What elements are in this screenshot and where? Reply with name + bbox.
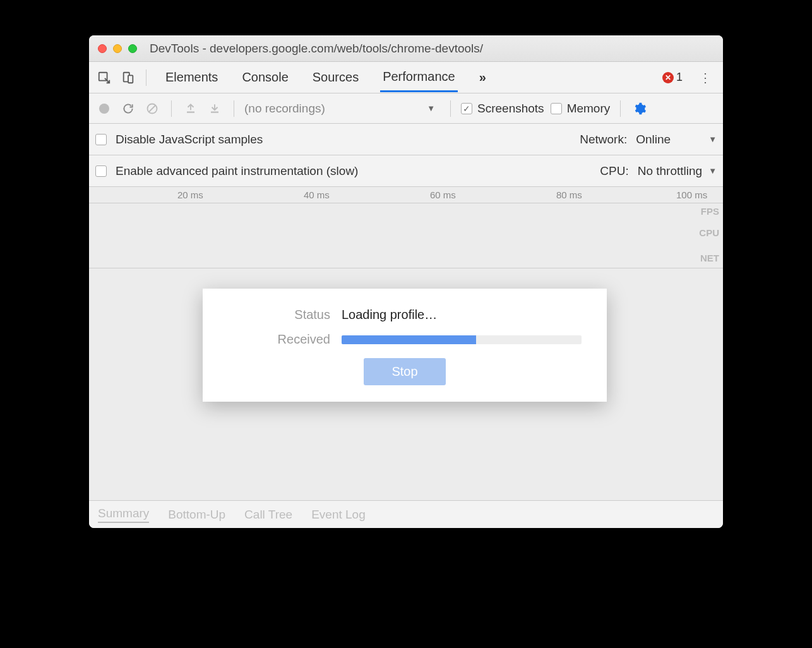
options-row-1: Disable JavaScript samples Network: Onli… (89, 124, 723, 155)
divider (171, 100, 172, 117)
more-options-icon[interactable]: ⋮ (693, 68, 718, 88)
devtools-window: DevTools - developers.google.com/web/too… (89, 35, 723, 528)
tabs-overflow-icon[interactable]: » (477, 64, 489, 91)
recordings-select-label: (no recordings) (244, 102, 325, 116)
divider (146, 69, 146, 86)
close-window-button[interactable] (98, 44, 107, 53)
cpu-label: CPU: (600, 164, 628, 178)
svg-rect-6 (187, 111, 194, 112)
stop-button[interactable]: Stop (364, 358, 445, 385)
titlebar: DevTools - developers.google.com/web/too… (89, 35, 723, 62)
zoom-window-button[interactable] (128, 44, 137, 53)
tab-call-tree[interactable]: Call Tree (244, 508, 292, 522)
tab-performance[interactable]: Performance (380, 63, 458, 92)
lane-fps-label: FPS (701, 206, 719, 217)
timeline-overview: 20 ms 40 ms 60 ms 80 ms 100 ms FPS CPU N… (89, 187, 723, 268)
main-tabbar: Elements Console Sources Performance » ✕… (89, 62, 723, 93)
network-label: Network: (580, 133, 627, 147)
svg-rect-7 (211, 111, 218, 112)
tab-sources[interactable]: Sources (310, 64, 361, 91)
tab-console[interactable]: Console (239, 64, 290, 91)
flame-chart-area: Status Loading profile… Received Stop (89, 268, 723, 500)
record-icon[interactable] (95, 100, 113, 117)
divider (234, 100, 234, 117)
network-select[interactable]: Online ▼ (636, 133, 717, 147)
ruler-tick: 100 ms (676, 189, 707, 200)
clear-icon[interactable] (143, 100, 161, 117)
ruler-tick: 80 ms (556, 189, 582, 200)
performance-toolbar: (no recordings) ▼ Screenshots Memory (89, 93, 723, 124)
received-label: Received (228, 332, 342, 347)
loading-dialog: Status Loading profile… Received Stop (203, 289, 607, 402)
time-ruler[interactable]: 20 ms 40 ms 60 ms 80 ms 100 ms (89, 187, 723, 203)
advanced-paint-label: Enable advanced paint instrumentation (s… (116, 164, 358, 178)
svg-rect-2 (128, 75, 133, 83)
ruler-tick: 60 ms (430, 189, 456, 200)
network-value: Online (636, 133, 671, 147)
chevron-down-icon: ▼ (708, 135, 717, 144)
ruler-tick: 20 ms (177, 189, 203, 200)
divider (450, 100, 451, 117)
checkbox-icon (461, 103, 472, 114)
checkbox-icon (551, 103, 562, 114)
error-icon: ✕ (662, 72, 674, 83)
save-profile-icon[interactable] (206, 100, 224, 117)
memory-label: Memory (567, 102, 611, 116)
chevron-down-icon: ▼ (427, 104, 435, 113)
checkbox-icon[interactable] (95, 134, 107, 145)
svg-point-3 (99, 104, 109, 114)
tab-bottom-up[interactable]: Bottom-Up (168, 508, 225, 522)
reload-icon[interactable] (119, 100, 137, 117)
chevron-down-icon: ▼ (708, 166, 717, 176)
error-count-badge[interactable]: ✕ 1 (662, 71, 683, 84)
screenshots-checkbox[interactable]: Screenshots (461, 102, 544, 116)
overview-lanes: FPS CPU NET (89, 203, 723, 268)
details-tabs: Summary Bottom-Up Call Tree Event Log (89, 500, 723, 528)
status-label: Status (228, 308, 342, 322)
lane-cpu-label: CPU (699, 227, 719, 238)
tab-summary[interactable]: Summary (98, 507, 149, 523)
status-value: Loading profile… (342, 308, 437, 322)
divider (620, 100, 621, 117)
cpu-select[interactable]: No throttling ▼ (638, 164, 717, 178)
error-count: 1 (676, 71, 683, 84)
checkbox-icon[interactable] (95, 165, 107, 177)
capture-settings-icon[interactable] (631, 100, 648, 117)
ruler-tick: 40 ms (304, 189, 330, 200)
recordings-select[interactable]: (no recordings) ▼ (244, 102, 440, 116)
screenshots-label: Screenshots (477, 102, 544, 116)
window-controls (98, 44, 137, 53)
svg-line-5 (149, 105, 155, 112)
tab-event-log[interactable]: Event Log (311, 508, 366, 522)
progress-fill (342, 335, 476, 344)
cpu-value: No throttling (638, 164, 702, 178)
memory-checkbox[interactable]: Memory (551, 102, 611, 116)
window-title: DevTools - developers.google.com/web/too… (150, 42, 483, 56)
inspect-element-icon[interactable] (94, 68, 114, 88)
disable-js-samples-label: Disable JavaScript samples (116, 133, 263, 147)
minimize-window-button[interactable] (113, 44, 122, 53)
load-profile-icon[interactable] (182, 100, 200, 117)
options-row-2: Enable advanced paint instrumentation (s… (89, 155, 723, 187)
tab-elements[interactable]: Elements (163, 64, 220, 91)
device-toolbar-icon[interactable] (118, 68, 138, 88)
lane-net-label: NET (700, 253, 719, 263)
panel-tabs: Elements Console Sources Performance » (163, 63, 659, 92)
progress-bar (342, 335, 582, 344)
